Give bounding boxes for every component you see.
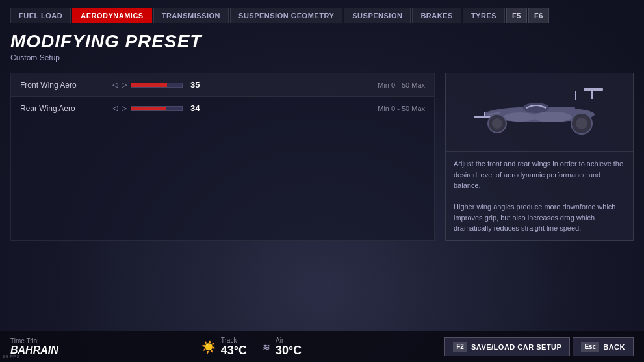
track-temp-label: Track [221,337,237,344]
info-description: Adjust the front and rear wings in order… [454,159,625,234]
slider-front-wing[interactable] [131,83,183,88]
save-load-button[interactable]: F2 SAVE/LOAD CAR SETUP [444,337,570,356]
svg-point-12 [576,118,587,129]
air-temp-text: Air 30°C [276,337,302,357]
back-button[interactable]: Esc BACK [573,337,634,356]
air-temp-item: ≋ Air 30°C [263,337,302,357]
setting-control-rear-wing: ◁ ▷ [112,104,183,112]
save-label: SAVE/LOAD CAR SETUP [471,343,561,351]
track-label: Time Trial [10,337,58,344]
svg-rect-6 [484,112,485,117]
back-key: Esc [581,342,599,352]
slider-rear-wing[interactable] [131,106,183,111]
track-temp-item: ☀️ Track 43°C [201,337,247,357]
main-content: Front Wing Aero ◁ ▷ 35 Min 0 - 50 Max Re… [0,68,644,246]
tab-aerodynamics[interactable]: AERODYNAMICS [72,8,151,23]
air-icon: ≋ [263,342,270,352]
sun-icon: ☀️ [201,340,216,354]
setting-name-rear-wing: Rear Wing Aero [20,104,105,113]
track-temp-value: 43°C [221,344,247,357]
fps-counter: 98 FPS [3,354,20,359]
tab-suspension[interactable]: SUSPENSION [344,8,411,23]
weather-info: ☀️ Track 43°C ≋ Air 30°C [201,337,302,357]
slider-fill-rear-wing [131,107,166,110]
key-f5[interactable]: F5 [506,8,527,23]
page-header: MODIFYING PRESET Custom Setup [0,29,644,68]
svg-rect-13 [575,91,576,100]
info-line2: Higher wing angles produce more downforc… [454,203,615,232]
setting-row-rear-wing: Rear Wing Aero ◁ ▷ 34 Min 0 - 50 Max [11,97,434,120]
svg-point-7 [533,112,572,122]
air-temp-value: 30°C [276,344,302,357]
increment-front-wing-arrow[interactable]: ▷ [122,81,127,89]
svg-rect-0 [584,88,603,91]
svg-point-8 [504,112,536,122]
range-front-wing: Min 0 - 50 Max [378,81,425,89]
tab-suspension-geometry[interactable]: SUSPENSION GEOMETRY [230,8,342,23]
car-diagram [461,83,617,142]
info-line1: Adjust the front and rear wings in order… [454,160,623,189]
air-temp-label: Air [276,337,283,344]
bottom-buttons: F2 SAVE/LOAD CAR SETUP Esc BACK [444,337,634,356]
bottom-bar: Time Trial BAHRAIN ☀️ Track 43°C ≋ Air 3… [0,331,644,362]
setting-name-front-wing: Front Wing Aero [20,81,105,90]
back-label: BACK [603,343,625,351]
info-panel: Adjust the front and rear wings in order… [445,73,634,241]
save-key: F2 [453,342,467,352]
settings-panel: Front Wing Aero ◁ ▷ 35 Min 0 - 50 Max Re… [10,73,435,241]
decrement-front-wing[interactable]: ◁ [112,81,118,89]
setting-row-front-wing: Front Wing Aero ◁ ▷ 35 Min 0 - 50 Max [11,73,434,97]
value-front-wing: 35 [190,80,209,90]
value-rear-wing: 34 [190,103,209,113]
nav-bar: FUEL LOAD AERODYNAMICS TRANSMISSION SUSP… [0,0,644,29]
track-temp-text: Track 43°C [221,337,247,357]
car-image-area [446,73,633,151]
increment-rear-wing-arrow[interactable]: ▷ [122,104,127,112]
info-text-area: Adjust the front and rear wings in order… [446,151,633,240]
page-subtitle: Custom Setup [10,53,634,62]
range-rear-wing: Min 0 - 50 Max [378,105,425,112]
setting-control-front-wing: ◁ ▷ [112,81,183,89]
tab-transmission[interactable]: TRANSMISSION [153,8,229,23]
svg-rect-14 [556,107,575,109]
key-f6[interactable]: F6 [528,8,549,23]
svg-rect-1 [591,91,593,99]
decrement-rear-wing[interactable]: ◁ [112,104,118,112]
tab-brakes[interactable]: BRAKES [412,8,461,23]
slider-fill-front-wing [131,83,167,87]
tab-fuel-load[interactable]: FUEL LOAD [10,8,71,23]
page-title: MODIFYING PRESET [10,31,634,52]
tab-tyres[interactable]: TYRES [463,8,505,23]
svg-point-10 [492,118,502,129]
